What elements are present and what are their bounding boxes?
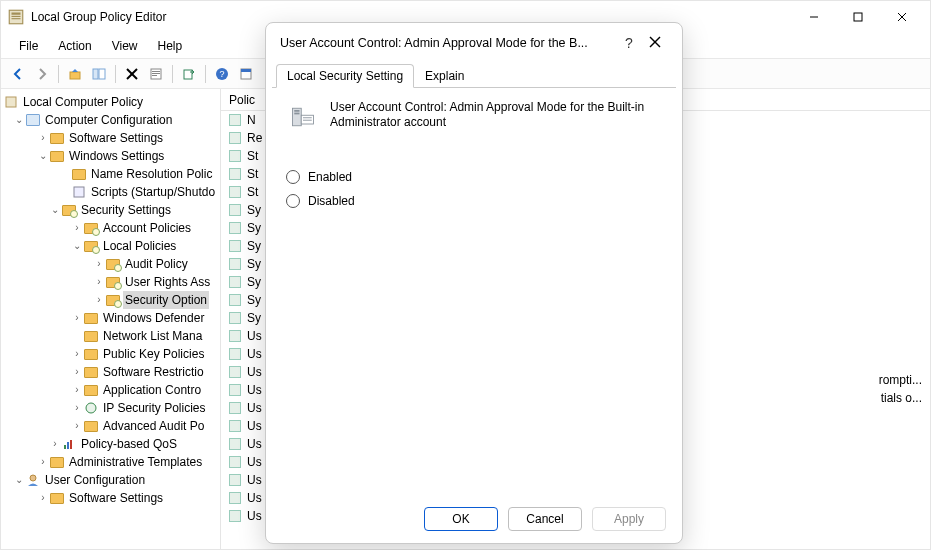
tree-name-resolution[interactable]: Name Resolution Polic: [1, 165, 220, 183]
tree-user-rights[interactable]: › User Rights Ass: [1, 273, 220, 291]
tree-root[interactable]: Local Computer Policy: [1, 93, 220, 111]
apply-button[interactable]: Apply: [592, 507, 666, 531]
expand-icon[interactable]: ›: [93, 291, 105, 309]
policy-item-label: Us: [247, 329, 262, 343]
policy-item-icon: [227, 383, 243, 397]
tree-admin-templates[interactable]: › Administrative Templates: [1, 453, 220, 471]
tree-policy-qos[interactable]: › Policy-based QoS: [1, 435, 220, 453]
filter-button[interactable]: [235, 63, 257, 85]
tree-audit-policy[interactable]: › Audit Policy: [1, 255, 220, 273]
expand-icon[interactable]: ›: [37, 129, 49, 147]
forward-button[interactable]: [31, 63, 53, 85]
tree-label: Software Settings: [67, 129, 165, 147]
computer-icon: [25, 112, 41, 128]
dialog-help-button[interactable]: ?: [616, 35, 642, 51]
radio-group: Enabled Disabled: [286, 170, 662, 208]
policy-item-label: Us: [247, 491, 262, 505]
folder-icon: [49, 490, 65, 506]
svg-rect-27: [70, 440, 72, 449]
collapse-icon[interactable]: ⌄: [71, 237, 83, 255]
user-icon: [25, 472, 41, 488]
tree-security-options[interactable]: › Security Option: [1, 291, 220, 309]
policy-item-label: Us: [247, 437, 262, 451]
qos-icon: [61, 436, 77, 452]
tree-label: Network List Mana: [101, 327, 204, 345]
policy-item-label: Us: [247, 473, 262, 487]
tree-software-restriction[interactable]: › Software Restrictio: [1, 363, 220, 381]
dialog-button-row: OK Cancel Apply: [266, 495, 682, 543]
delete-button[interactable]: [121, 63, 143, 85]
tree-user-configuration[interactable]: ⌄ User Configuration: [1, 471, 220, 489]
tree-label: Administrative Templates: [67, 453, 204, 471]
tree-label: Software Restrictio: [101, 363, 206, 381]
app-icon: [7, 8, 25, 26]
collapse-icon[interactable]: ⌄: [37, 147, 49, 165]
expand-icon[interactable]: ›: [37, 489, 49, 507]
expand-icon[interactable]: ›: [71, 309, 83, 327]
policy-properties-dialog: User Account Control: Admin Approval Mod…: [265, 22, 683, 544]
collapse-icon[interactable]: ⌄: [13, 111, 25, 129]
show-hide-tree-button[interactable]: [88, 63, 110, 85]
expand-icon[interactable]: ›: [71, 345, 83, 363]
menu-help[interactable]: Help: [150, 37, 191, 55]
tree-security-settings[interactable]: ⌄ Security Settings: [1, 201, 220, 219]
tree-software-settings[interactable]: › Software Settings: [1, 129, 220, 147]
tree-scripts[interactable]: Scripts (Startup/Shutdo: [1, 183, 220, 201]
svg-rect-21: [241, 69, 251, 72]
close-button[interactable]: [880, 3, 924, 31]
svg-rect-32: [294, 110, 299, 112]
tree-local-policies[interactable]: ⌄ Local Policies: [1, 237, 220, 255]
tree-software-settings-2[interactable]: › Software Settings: [1, 489, 220, 507]
expand-icon[interactable]: ›: [71, 219, 83, 237]
folder-icon: [49, 148, 65, 164]
dialog-close-button[interactable]: [642, 36, 668, 51]
collapse-icon[interactable]: ⌄: [13, 471, 25, 489]
policy-item-icon: [227, 167, 243, 181]
tree-public-key[interactable]: › Public Key Policies: [1, 345, 220, 363]
radio-disabled[interactable]: Disabled: [286, 194, 662, 208]
svg-rect-22: [6, 97, 16, 107]
folder-icon: [49, 130, 65, 146]
ok-button[interactable]: OK: [424, 507, 498, 531]
expand-icon[interactable]: ›: [71, 417, 83, 435]
value-fragment: rompti...: [879, 373, 922, 387]
tree-application-control[interactable]: › Application Contro: [1, 381, 220, 399]
policy-item-label: Sy: [247, 221, 261, 235]
expand-icon[interactable]: ›: [37, 453, 49, 471]
maximize-button[interactable]: [836, 3, 880, 31]
tree-windows-settings[interactable]: ⌄ Windows Settings: [1, 147, 220, 165]
tree-ip-security[interactable]: › IP Security Policies: [1, 399, 220, 417]
policy-item-label: Sy: [247, 239, 261, 253]
radio-enabled[interactable]: Enabled: [286, 170, 662, 184]
tree-network-list[interactable]: Network List Mana: [1, 327, 220, 345]
tree-account-policies[interactable]: › Account Policies: [1, 219, 220, 237]
back-button[interactable]: [7, 63, 29, 85]
expand-icon[interactable]: ›: [71, 381, 83, 399]
tab-local-security-setting[interactable]: Local Security Setting: [276, 64, 414, 88]
tree-windows-defender[interactable]: › Windows Defender: [1, 309, 220, 327]
tree-computer-configuration[interactable]: ⌄ Computer Configuration: [1, 111, 220, 129]
up-button[interactable]: [64, 63, 86, 85]
tree-advanced-audit[interactable]: › Advanced Audit Po: [1, 417, 220, 435]
menu-file[interactable]: File: [11, 37, 46, 55]
tab-explain[interactable]: Explain: [414, 64, 475, 87]
tree-label: Local Policies: [101, 237, 178, 255]
policy-item-icon: [227, 311, 243, 325]
expand-icon[interactable]: ›: [49, 435, 61, 453]
expand-icon[interactable]: ›: [93, 273, 105, 291]
menu-action[interactable]: Action: [50, 37, 99, 55]
minimize-button[interactable]: [792, 3, 836, 31]
folder-lock-icon: [83, 220, 99, 236]
export-button[interactable]: [178, 63, 200, 85]
properties-button[interactable]: [145, 63, 167, 85]
expand-icon[interactable]: ›: [71, 399, 83, 417]
policy-item-icon: [227, 275, 243, 289]
policy-header: User Account Control: Admin Approval Mod…: [286, 100, 662, 134]
cancel-button[interactable]: Cancel: [508, 507, 582, 531]
expand-icon[interactable]: ›: [71, 363, 83, 381]
menu-view[interactable]: View: [104, 37, 146, 55]
help-button[interactable]: ?: [211, 63, 233, 85]
expand-icon[interactable]: ›: [93, 255, 105, 273]
collapse-icon[interactable]: ⌄: [49, 201, 61, 219]
tree-pane[interactable]: Local Computer Policy ⌄ Computer Configu…: [1, 89, 221, 549]
